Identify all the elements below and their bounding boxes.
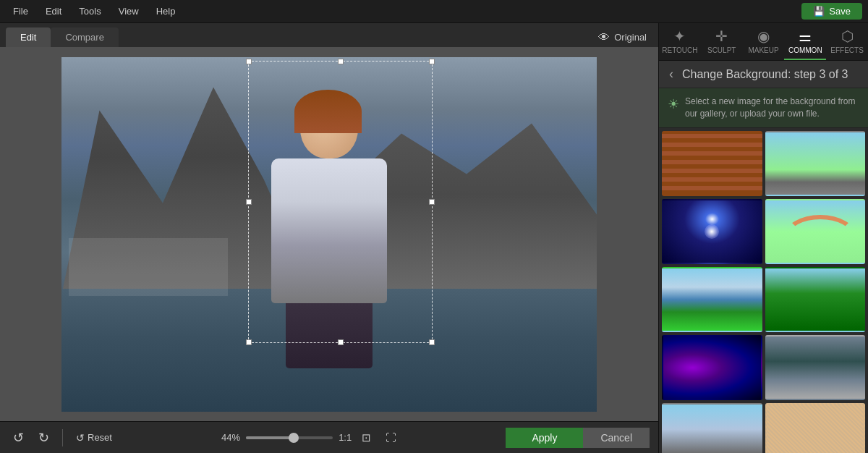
person-hair [294,90,362,133]
gallery-grid [659,128,868,453]
menu-items: File Edit Tools View Help [6,3,182,20]
fit-icon: ⊡ [362,431,371,444]
menu-view[interactable]: View [111,3,146,20]
tab-makeup[interactable]: ◉ MAKEUP [743,23,785,60]
undo-button[interactable]: ↺ [9,427,28,449]
canvas-area[interactable] [0,47,658,421]
info-box: ☀ Select a new image for the background … [659,88,868,128]
retouch-icon: ✦ [673,29,686,43]
zoom-value: 44% [221,432,240,443]
tab-retouch[interactable]: ✦ RETOUCH [659,23,701,60]
menu-tools[interactable]: Tools [72,3,108,20]
gallery-item-6[interactable] [765,267,866,332]
tab-edit[interactable]: Edit [6,27,51,47]
cancel-button[interactable]: Cancel [583,428,650,448]
person-body [271,158,387,303]
village-area [69,238,228,296]
save-label: Save [829,6,851,17]
eye-icon: 👁 [598,31,610,44]
fullscreen-icon: ⛶ [386,431,396,444]
gallery-item-4[interactable] [765,199,866,264]
zoom-slider[interactable] [246,436,333,439]
fit-button[interactable]: ⊡ [357,428,375,447]
bottom-toolbar: ↺ ↻ ↺ Reset 44% 1:1 ⊡ ⛶ [0,421,658,453]
sculpt-icon: ✛ [715,29,728,43]
zoom-thumb [289,433,299,443]
rainbow-arc [784,215,856,258]
gallery-item-10[interactable] [765,403,866,453]
common-icon: ⚌ [799,29,812,43]
info-text: Select a new image for the background fr… [685,96,859,120]
menu-file[interactable]: File [6,3,35,20]
right-panel-tabs: ✦ RETOUCH ✛ SCULPT ◉ MAKEUP ⚌ COMMON ⬡ E… [659,23,868,61]
save-button[interactable]: 💾 Save [801,3,862,20]
sculpt-label: SCULPT [707,46,736,54]
menu-help[interactable]: Help [149,3,183,20]
main-area: Edit Compare 👁 Original [0,23,868,453]
zoom-section: 44% 1:1 ⊡ ⛶ [122,428,500,447]
person-legs [286,303,373,368]
menu-edit[interactable]: Edit [38,3,69,20]
edit-tabs-left: Edit Compare [6,27,119,47]
gallery-item-5[interactable] [662,267,762,332]
canvas-image [61,57,597,412]
handle-top-right[interactable] [429,59,435,64]
step-title: Change Background: step 3 of 3 [682,68,848,81]
makeup-label: MAKEUP [748,46,778,54]
reset-button[interactable]: ↺ Reset [72,429,116,446]
gallery-item-3[interactable] [662,199,762,264]
fullscreen-button[interactable]: ⛶ [381,428,401,446]
gallery-item-2[interactable] [765,131,866,196]
original-button[interactable]: 👁 Original [592,28,652,47]
redo-button[interactable]: ↻ [34,427,54,449]
zoom-ratio: 1:1 [339,432,352,443]
makeup-icon: ◉ [757,29,770,43]
step-header: ‹ Change Background: step 3 of 3 [659,61,868,88]
zoom-slider-fill [246,436,294,439]
retouch-label: RETOUCH [662,46,697,54]
tab-effects[interactable]: ⬡ EFFECTS [826,23,868,60]
gallery-item-1[interactable] [662,131,762,196]
save-icon: 💾 [813,6,825,17]
menu-bar: File Edit Tools View Help 💾 Save [0,0,868,23]
separator-1 [62,429,63,446]
common-label: COMMON [788,46,822,54]
reset-label: Reset [88,432,112,443]
reset-icon: ↺ [76,432,85,444]
action-buttons: Apply Cancel [506,428,650,448]
gallery-item-7[interactable] [662,335,762,400]
apply-button[interactable]: Apply [506,428,583,448]
edit-tabs: Edit Compare 👁 Original [0,23,658,47]
back-button[interactable]: ‹ [666,67,676,82]
effects-label: EFFECTS [830,46,864,54]
info-icon: ☀ [668,96,679,112]
tab-common[interactable]: ⚌ COMMON [784,23,826,60]
person-figure [257,93,401,368]
right-panel: ✦ RETOUCH ✛ SCULPT ◉ MAKEUP ⚌ COMMON ⬡ E… [658,23,868,453]
canvas-section: Edit Compare 👁 Original [0,23,658,453]
gallery-item-8[interactable] [765,335,866,400]
handle-top-left[interactable] [246,59,252,64]
gallery-item-9[interactable] [662,403,762,453]
original-label: Original [614,32,647,43]
tab-sculpt[interactable]: ✛ SCULPT [701,23,743,60]
handle-top-mid[interactable] [338,59,344,64]
effects-icon: ⬡ [841,29,854,43]
person-head [300,93,358,158]
tab-compare[interactable]: Compare [51,27,118,47]
